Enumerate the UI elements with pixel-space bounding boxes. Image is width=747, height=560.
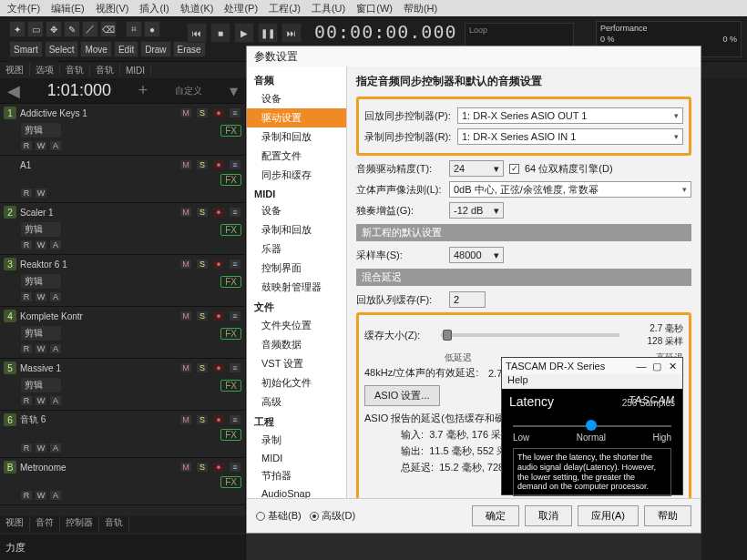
close-icon[interactable]: ✕ (666, 361, 679, 372)
fx-button[interactable]: FX (220, 125, 241, 137)
64bit-engine-checkbox[interactable]: ✓ (509, 164, 519, 174)
channel-a[interactable]: A (49, 490, 62, 501)
buffer-size-slider[interactable] (441, 333, 619, 337)
playback-sync-select[interactable]: 1: DR-X Series ASIO OUT 1▾ (457, 107, 683, 124)
read-automation[interactable]: R (20, 490, 33, 501)
playback-queue-input[interactable] (449, 291, 486, 308)
tool-select[interactable]: ▭ (27, 21, 44, 37)
maximize-icon[interactable]: ▢ (650, 361, 663, 372)
waveform-icon[interactable]: ≡ (229, 107, 241, 118)
waveform-icon[interactable]: ≡ (229, 362, 241, 373)
track-row[interactable]: B Metronome M S ● ≡ FX R W A (0, 458, 245, 505)
nav-item[interactable]: 鼓映射管理器 (247, 278, 346, 297)
track-preset[interactable]: 剪辑 (20, 122, 62, 138)
menu-view[interactable]: 视图(V) (96, 2, 129, 15)
read-automation[interactable]: R (20, 188, 33, 199)
bottom-controllers[interactable]: 控制器 (60, 516, 99, 533)
nav-item[interactable]: 录制 (247, 431, 346, 450)
nav-item[interactable]: MIDI (247, 450, 346, 466)
solo-button[interactable]: S (196, 462, 209, 473)
apply-button[interactable]: 应用(A) (578, 505, 639, 526)
menu-process[interactable]: 处理(P) (224, 2, 258, 15)
menu-track[interactable]: 轨道(K) (180, 2, 214, 15)
nav-item[interactable]: 乐器 (247, 239, 346, 259)
preferences-nav[interactable]: 音频设备驱动设置录制和回放配置文件同步和缓存MIDI设备录制和回放乐器控制界面鼓… (247, 66, 347, 498)
read-automation[interactable]: R (20, 239, 33, 250)
solo-button[interactable]: S (196, 107, 209, 118)
track-preset[interactable]: 剪辑 (20, 377, 62, 393)
fx-button[interactable]: FX (220, 380, 241, 392)
arm-button[interactable]: ● (212, 362, 225, 373)
write-automation[interactable]: W (35, 239, 47, 250)
track-row[interactable]: 1 Addictive Keys 1 M S ● ≡ 剪辑 FX R W A (0, 104, 245, 156)
tool-edit[interactable]: ✎ (64, 21, 80, 37)
waveform-icon[interactable]: ≡ (229, 414, 241, 425)
track-row[interactable]: 4 Komplete Kontr M S ● ≡ 剪辑 FX R W A (0, 307, 245, 359)
mute-button[interactable]: M (179, 462, 192, 473)
bit-depth-select[interactable]: 24▾ (449, 160, 504, 177)
write-automation[interactable]: W (35, 188, 47, 199)
pan-law-select[interactable]: 0dB 中心, 正弦/余弦锥度, 常数幂▾ (449, 181, 691, 198)
read-automation[interactable]: R (20, 343, 33, 354)
forward-button[interactable]: ⏭ (281, 23, 302, 43)
fx-button[interactable]: FX (220, 328, 241, 340)
arm-button[interactable]: ● (212, 414, 225, 425)
arm-button[interactable]: ● (212, 462, 225, 473)
track-preset[interactable]: 剪辑 (20, 273, 62, 290)
track-name[interactable]: Scaler 1 (20, 208, 176, 218)
nav-item[interactable]: VST 设置 (247, 354, 346, 373)
nav-item[interactable]: 驱动设置 (247, 108, 346, 127)
menu-file[interactable]: 文件(F) (7, 2, 40, 15)
fx-button[interactable]: FX (220, 174, 241, 186)
arm-button[interactable]: ● (212, 107, 225, 118)
fx-button[interactable]: FX (220, 429, 241, 441)
track-row[interactable]: 3 Reaktor 6 1 M S ● ≡ 剪辑 FX R W A (0, 255, 245, 307)
pause-button[interactable]: ❚❚ (258, 23, 278, 43)
waveform-icon[interactable]: ≡ (229, 311, 241, 321)
read-automation[interactable]: R (20, 291, 33, 302)
asio-settings-button[interactable]: ASIO 设置... (364, 385, 440, 406)
channel-a[interactable]: A (49, 395, 62, 406)
channel-a[interactable]: A (49, 291, 62, 302)
mute-button[interactable]: M (179, 311, 192, 321)
menu-window[interactable]: 窗口(W) (356, 2, 393, 15)
track-name[interactable]: Reaktor 6 1 (20, 260, 176, 270)
help-button[interactable]: 帮助 (644, 505, 691, 526)
waveform-icon[interactable]: ≡ (229, 207, 241, 218)
ok-button[interactable]: 确定 (472, 505, 519, 526)
track-preset[interactable]: 剪辑 (20, 325, 62, 341)
waveform-icon[interactable]: ≡ (229, 259, 241, 270)
rewind-button[interactable]: ⏮ (187, 23, 207, 43)
tab-track2[interactable]: 音轨 (90, 64, 120, 76)
tab-view[interactable]: 视图 (0, 64, 30, 76)
tab-options[interactable]: 选项 (30, 64, 60, 76)
fx-button[interactable]: FX (220, 276, 241, 288)
arm-button[interactable]: ● (212, 159, 225, 170)
tab-midi[interactable]: MIDI (120, 66, 151, 76)
bottom-tracks[interactable]: 音轨 (99, 516, 129, 533)
read-automation[interactable]: R (20, 140, 33, 151)
mute-button[interactable]: M (179, 207, 192, 218)
track-name[interactable]: A1 (20, 160, 176, 170)
fx-button[interactable]: FX (220, 476, 241, 488)
mute-button[interactable]: M (179, 414, 192, 425)
solo-button[interactable]: S (196, 311, 209, 321)
channel-a[interactable]: A (49, 140, 62, 151)
menu-insert[interactable]: 插入(I) (139, 2, 169, 15)
track-name[interactable]: Addictive Keys 1 (20, 108, 176, 118)
solo-button[interactable]: S (196, 414, 209, 425)
track-name[interactable]: Massive 1 (20, 363, 176, 373)
advanced-radio[interactable] (310, 512, 319, 521)
nav-item[interactable]: 控制界面 (247, 259, 346, 278)
nav-item[interactable]: 高级 (247, 392, 346, 412)
write-automation[interactable]: W (35, 291, 47, 302)
menubar[interactable]: 文件(F) 编辑(E) 视图(V) 插入(I) 轨道(K) 处理(P) 工程(J… (0, 0, 747, 16)
channel-a[interactable]: A (49, 443, 62, 453)
mute-toggle[interactable]: ● (144, 21, 160, 37)
nav-item[interactable]: 初始化文件 (247, 373, 346, 392)
nav-item[interactable]: 音频数据 (247, 335, 346, 354)
arm-button[interactable]: ● (212, 259, 225, 270)
tool-smart[interactable]: ✦ (9, 21, 26, 37)
tool-move[interactable]: ✥ (46, 21, 62, 37)
menu-help[interactable]: 帮助(H) (404, 2, 437, 15)
